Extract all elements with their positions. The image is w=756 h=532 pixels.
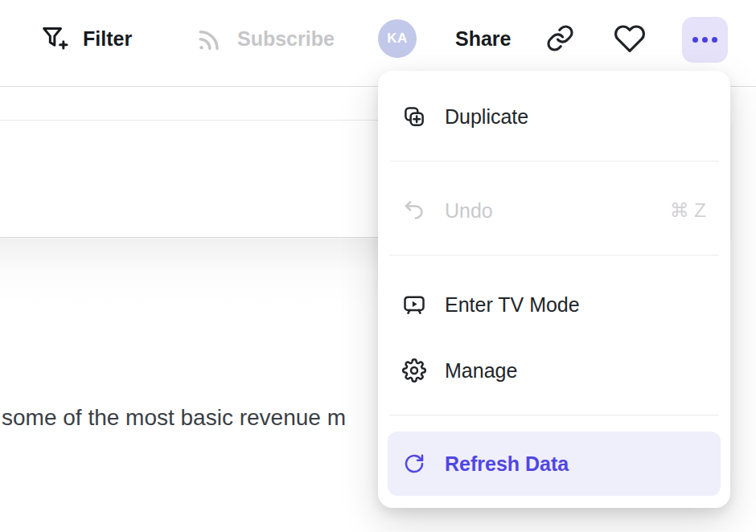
share-button[interactable]: Share [455,21,511,56]
heart-icon [614,45,646,57]
link-icon [545,43,575,55]
duplicate-icon [402,104,426,129]
copy-link-button[interactable] [545,23,575,55]
menu-item-label: Refresh Data [445,452,569,476]
filter-button[interactable]: Filter [39,21,132,56]
refresh-icon [402,452,426,476]
tv-mode-icon [402,293,426,317]
menu-divider [389,255,719,256]
more-options-button[interactable] [682,17,728,63]
menu-item-refresh-data[interactable]: Refresh Data [388,432,721,496]
menu-item-duplicate[interactable]: Duplicate [388,84,721,149]
menu-item-label: Duplicate [445,105,528,129]
filter-plus-icon [39,23,71,55]
menu-item-shortcut: ⌘ Z [670,199,706,222]
subscribe-button[interactable]: Subscribe [193,21,335,56]
rss-icon [193,23,225,55]
context-menu: Duplicate Undo ⌘ Z Enter TV Mode [378,71,730,508]
favorite-button[interactable] [614,23,646,57]
menu-item-undo[interactable]: Undo ⌘ Z [388,178,721,243]
avatar-initials: KA [387,31,408,47]
menu-divider [389,161,719,162]
menu-item-label: Undo [445,199,493,223]
subscribe-label: Subscribe [237,27,335,51]
share-label: Share [455,27,511,51]
menu-divider [389,415,719,415]
filter-label: Filter [83,27,132,51]
ellipsis-icon [692,37,717,43]
menu-item-manage[interactable]: Manage [388,338,721,403]
undo-icon [402,198,426,223]
menu-item-label: Manage [445,359,517,383]
avatar[interactable]: KA [378,19,417,58]
menu-item-label: Enter TV Mode [445,293,580,317]
menu-item-enter-tv-mode[interactable]: Enter TV Mode [388,272,721,338]
gear-icon [402,358,426,383]
